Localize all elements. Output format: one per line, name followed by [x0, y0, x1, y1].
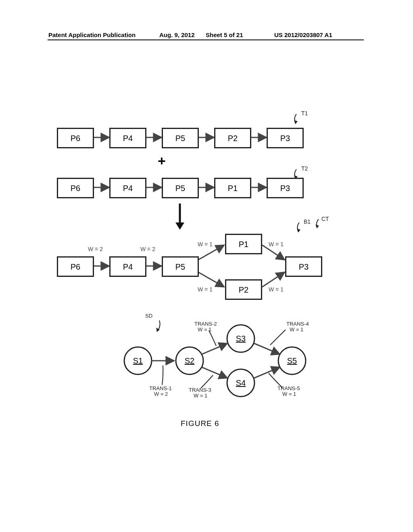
- r3-bend: P3: [285, 256, 322, 277]
- svg-line-12: [198, 272, 224, 287]
- state-s2: S2: [185, 356, 194, 365]
- r3-btop: P1: [225, 234, 262, 254]
- trans1-w: W = 2: [154, 391, 168, 397]
- svg-line-14: [262, 272, 285, 287]
- w-r3-3top: W = 1: [198, 241, 213, 247]
- state-s1: S1: [133, 356, 143, 365]
- svg-point-17: [227, 325, 254, 352]
- svg-line-23: [254, 343, 280, 354]
- trans4-label: TRANS-4: [286, 321, 309, 327]
- w-r3-tope: W = 1: [269, 241, 284, 247]
- svg-line-24: [254, 367, 280, 378]
- r2-b3: P5: [162, 178, 199, 198]
- r2-b5: P3: [267, 178, 304, 198]
- trans2-w: W = 1: [198, 326, 211, 332]
- header-left: Patent Application Publication: [48, 31, 136, 38]
- r3-b3: P5: [162, 256, 199, 277]
- r1-b2: P4: [109, 128, 146, 148]
- r2-b2: P4: [109, 178, 146, 198]
- trans1-label: TRANS-1: [149, 385, 172, 391]
- svg-point-18: [227, 369, 254, 397]
- svg-point-19: [278, 347, 306, 374]
- svg-point-16: [176, 347, 203, 374]
- svg-point-15: [124, 347, 152, 374]
- svg-line-22: [202, 367, 227, 378]
- trans5-label: TRANS-5: [277, 385, 300, 391]
- tag-t2: T2: [301, 165, 308, 172]
- r1-b5: P3: [267, 128, 304, 148]
- r1-b3: P5: [162, 128, 199, 148]
- trans4-w: W = 1: [290, 326, 303, 332]
- header-pubno: US 2012/0203807 A1: [274, 31, 332, 38]
- r1-b1: P6: [57, 128, 94, 148]
- tag-ct: CT: [321, 216, 329, 222]
- r1-b4: P2: [214, 128, 251, 148]
- r3-b1: P6: [57, 256, 94, 277]
- r3-bbot: P2: [225, 279, 262, 300]
- trans3-label: TRANS-3: [189, 387, 211, 393]
- r2-b1: P6: [57, 178, 94, 198]
- r2-b4: P1: [214, 178, 251, 198]
- sd-label: SD: [145, 313, 152, 319]
- w-r3-12: W = 2: [88, 246, 103, 252]
- w-r3-bote: W = 1: [269, 286, 284, 293]
- state-s4: S4: [236, 378, 246, 387]
- w-r3-3bot: W = 1: [198, 286, 213, 293]
- header-date: Aug. 9, 2012: [159, 31, 195, 38]
- plus-sign: +: [158, 153, 166, 169]
- trans2-label: TRANS-2: [194, 321, 217, 327]
- trans5-w: W = 1: [282, 391, 296, 397]
- figure-caption: FIGURE 6: [181, 419, 219, 428]
- svg-line-21: [202, 343, 227, 354]
- trans3-w: W = 1: [194, 393, 207, 399]
- state-diagram-group: S1 S2 S3 S4 S5 SD TRANS-2 W = 1 TRANS-: [124, 313, 309, 399]
- w-r3-23: W = 2: [140, 246, 155, 252]
- tag-t1: T1: [301, 110, 308, 116]
- state-s5: S5: [287, 356, 297, 365]
- header-rule: [48, 39, 364, 40]
- tag-b1: B1: [304, 218, 311, 225]
- header-sheet: Sheet 5 of 21: [206, 31, 243, 38]
- state-s3: S3: [236, 334, 246, 343]
- r3-b2: P4: [109, 256, 146, 277]
